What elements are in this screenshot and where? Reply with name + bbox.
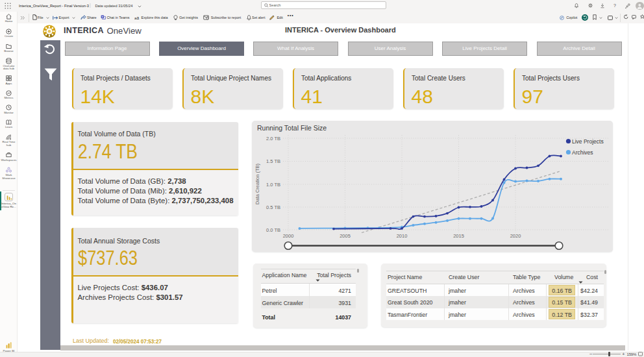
svg-text:2020: 2020 (510, 233, 521, 239)
svg-text:2.0 TB: 2.0 TB (266, 135, 280, 141)
svg-text:0.5 TB: 0.5 TB (266, 204, 280, 210)
svg-text:0.0 TB: 0.0 TB (266, 227, 280, 232)
svg-text:Live Projects: Live Projects (572, 138, 604, 144)
svg-text:a: a (136, 16, 139, 20)
svg-text:2010: 2010 (397, 233, 408, 239)
svg-text:1.5 TB: 1.5 TB (266, 158, 280, 164)
svg-text:2005: 2005 (340, 233, 351, 239)
svg-text:Data Creation (TB): Data Creation (TB) (254, 163, 260, 204)
svg-text:2015: 2015 (453, 233, 464, 239)
svg-text:Running Total File Size: Running Total File Size (257, 124, 327, 132)
svg-text:Archives: Archives (572, 149, 593, 155)
svg-text:2000: 2000 (283, 233, 294, 239)
svg-text:1.0 TB: 1.0 TB (266, 181, 280, 187)
